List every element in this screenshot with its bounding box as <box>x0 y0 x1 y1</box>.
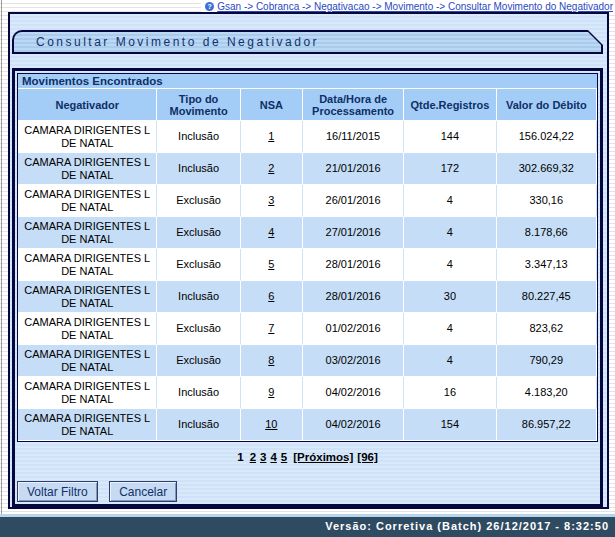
nsa-link[interactable]: 2 <box>268 162 274 174</box>
cell-negativador: CAMARA DIRIGENTES L DE NATAL <box>18 249 157 281</box>
version-text: Versão: Corretiva (Batch) 26/12/2017 - 8… <box>325 520 609 532</box>
table-caption: Movimentos Encontrados <box>18 74 597 89</box>
cell-data-processamento: 28/01/2016 <box>303 249 404 281</box>
movements-table: Movimentos Encontrados Negativador Tipo … <box>17 73 598 442</box>
cell-qtde-registros: 4 <box>404 249 496 281</box>
help-icon[interactable]: ? <box>205 2 214 11</box>
cell-valor-debito: 8.178,66 <box>497 217 597 249</box>
cell-data-processamento: 01/02/2016 <box>303 313 404 345</box>
page-title: Consultar Movimento de Negativador <box>14 32 601 52</box>
nsa-link[interactable]: 6 <box>268 290 274 302</box>
cell-data-processamento: 16/11/2015 <box>303 121 404 153</box>
cell-tipo-movimento: Exclusão <box>157 217 240 249</box>
cell-tipo-movimento: Inclusão <box>157 409 240 441</box>
page-link[interactable]: 2 <box>250 451 256 463</box>
col-data-processamento: Data/Hora de Processamento <box>303 89 404 121</box>
cell-valor-debito: 80.227,45 <box>497 281 597 313</box>
col-nsa: NSA <box>241 89 303 121</box>
pagination: 12345[Próximos][96] <box>15 451 600 463</box>
nsa-cell: 6 <box>241 281 303 313</box>
cell-valor-debito: 302.669,32 <box>497 153 597 185</box>
cell-data-processamento: 03/02/2016 <box>303 345 404 377</box>
last-page-link[interactable]: [96] <box>357 451 377 463</box>
cell-data-processamento: 26/01/2016 <box>303 185 404 217</box>
nsa-link[interactable]: 7 <box>268 322 274 334</box>
table-header-row: Negativador Tipo do Movimento NSA Data/H… <box>18 89 597 121</box>
cell-negativador: CAMARA DIRIGENTES L DE NATAL <box>18 377 157 409</box>
table-row: CAMARA DIRIGENTES L DE NATALInclusão116/… <box>18 121 597 153</box>
nsa-link[interactable]: 5 <box>268 258 274 270</box>
table-row: CAMARA DIRIGENTES L DE NATALExclusão701/… <box>18 313 597 345</box>
action-buttons: Voltar Filtro Cancelar <box>17 481 184 502</box>
table-row: CAMARA DIRIGENTES L DE NATALInclusão221/… <box>18 153 597 185</box>
cell-data-processamento: 28/01/2016 <box>303 281 404 313</box>
cell-tipo-movimento: Inclusão <box>157 153 240 185</box>
main-panel: Consultar Movimento de Negativador Movim… <box>8 12 609 509</box>
page-current: 1 <box>237 451 243 463</box>
page-links: 2345 <box>248 451 290 463</box>
table-row: CAMARA DIRIGENTES L DE NATALExclusão528/… <box>18 249 597 281</box>
table-row: CAMARA DIRIGENTES L DE NATALExclusão803/… <box>18 345 597 377</box>
cell-tipo-movimento: Exclusão <box>157 345 240 377</box>
nsa-cell: 5 <box>241 249 303 281</box>
cell-qtde-registros: 4 <box>404 313 496 345</box>
cell-qtde-registros: 4 <box>404 345 496 377</box>
movements-table-body: CAMARA DIRIGENTES L DE NATALInclusão116/… <box>18 121 597 441</box>
col-tipo-movimento: Tipo do Movimento <box>157 89 240 121</box>
cell-qtde-registros: 4 <box>404 217 496 249</box>
cell-valor-debito: 790,29 <box>497 345 597 377</box>
cell-qtde-registros: 16 <box>404 377 496 409</box>
cell-negativador: CAMARA DIRIGENTES L DE NATAL <box>18 185 157 217</box>
cell-tipo-movimento: Inclusão <box>157 377 240 409</box>
breadcrumb-path[interactable]: Gsan -> Cobranca -> Negativacao -> Movim… <box>217 1 613 12</box>
nsa-link[interactable]: 1 <box>268 130 274 142</box>
cell-qtde-registros: 154 <box>404 409 496 441</box>
nsa-cell: 7 <box>241 313 303 345</box>
col-valor-debito: Valor do Débito <box>497 89 597 121</box>
cell-qtde-registros: 4 <box>404 185 496 217</box>
cell-data-processamento: 04/02/2016 <box>303 377 404 409</box>
nsa-link[interactable]: 4 <box>268 226 274 238</box>
cell-qtde-registros: 30 <box>404 281 496 313</box>
nsa-cell: 1 <box>241 121 303 153</box>
results-frame: Movimentos Encontrados Negativador Tipo … <box>12 68 603 507</box>
nsa-cell: 4 <box>241 217 303 249</box>
cell-tipo-movimento: Exclusão <box>157 313 240 345</box>
nsa-link[interactable]: 10 <box>265 418 277 430</box>
next-pages-link[interactable]: [Próximos] <box>293 451 353 463</box>
col-negativador: Negativador <box>18 89 157 121</box>
cell-negativador: CAMARA DIRIGENTES L DE NATAL <box>18 409 157 441</box>
cell-data-processamento: 27/01/2016 <box>303 217 404 249</box>
nsa-link[interactable]: 9 <box>268 386 274 398</box>
table-row: CAMARA DIRIGENTES L DE NATALExclusão427/… <box>18 217 597 249</box>
cell-valor-debito: 86.957,22 <box>497 409 597 441</box>
cell-negativador: CAMARA DIRIGENTES L DE NATAL <box>18 281 157 313</box>
nsa-cell: 2 <box>241 153 303 185</box>
cell-negativador: CAMARA DIRIGENTES L DE NATAL <box>18 121 157 153</box>
table-row: CAMARA DIRIGENTES L DE NATALExclusão326/… <box>18 185 597 217</box>
cell-valor-debito: 3.347,13 <box>497 249 597 281</box>
cell-valor-debito: 4.183,20 <box>497 377 597 409</box>
page-link[interactable]: 4 <box>270 451 276 463</box>
voltar-filtro-button[interactable]: Voltar Filtro <box>17 481 98 502</box>
cancelar-button[interactable]: Cancelar <box>109 481 177 502</box>
cell-negativador: CAMARA DIRIGENTES L DE NATAL <box>18 345 157 377</box>
cell-tipo-movimento: Inclusão <box>157 281 240 313</box>
nsa-cell: 10 <box>241 409 303 441</box>
table-row: CAMARA DIRIGENTES L DE NATALInclusão628/… <box>18 281 597 313</box>
page-link[interactable]: 5 <box>281 451 287 463</box>
nsa-link[interactable]: 3 <box>268 194 274 206</box>
cell-negativador: CAMARA DIRIGENTES L DE NATAL <box>18 313 157 345</box>
nsa-link[interactable]: 8 <box>268 354 274 366</box>
nsa-cell: 9 <box>241 377 303 409</box>
table-row: CAMARA DIRIGENTES L DE NATALInclusão1004… <box>18 409 597 441</box>
cell-valor-debito: 330,16 <box>497 185 597 217</box>
page-link[interactable]: 3 <box>260 451 266 463</box>
cell-valor-debito: 156.024,22 <box>497 121 597 153</box>
nsa-cell: 3 <box>241 185 303 217</box>
cell-data-processamento: 04/02/2016 <box>303 409 404 441</box>
cell-negativador: CAMARA DIRIGENTES L DE NATAL <box>18 217 157 249</box>
col-qtde-registros: Qtde.Registros <box>404 89 496 121</box>
version-bar: Versão: Corretiva (Batch) 26/12/2017 - 8… <box>0 514 615 537</box>
table-row: CAMARA DIRIGENTES L DE NATALInclusão904/… <box>18 377 597 409</box>
